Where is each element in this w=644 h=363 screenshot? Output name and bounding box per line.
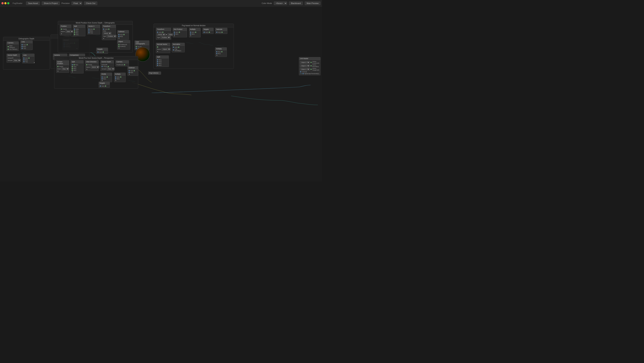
screen-pos-expand[interactable]: ▼	[57, 70, 68, 72]
node-unit-master-header: Unit Master	[299, 57, 320, 60]
node-multiply-1[interactable]: Multiply A(1) B(1) ▼	[189, 28, 201, 38]
node-transform-1[interactable]: Transform In(3) View World TypePosition …	[102, 25, 116, 40]
node-view-direction[interactable]: View Direction Out(3) SpaceWorld ▼	[85, 60, 98, 71]
port-obj-pos	[118, 44, 120, 45]
port-mul2-out	[221, 51, 222, 52]
node-negate-2[interactable]: Negate In(1)	[98, 82, 110, 88]
maximize-button[interactable]	[7, 2, 10, 4]
port-vd-out	[86, 64, 88, 66]
port-sp2-g	[157, 61, 158, 62]
port-obj-scale	[118, 46, 120, 47]
port-out-lerp	[26, 44, 28, 45]
color-mode-select[interactable]: <None>	[274, 2, 287, 5]
node-multiply-2[interactable]: Multiply A(1) B(1) ▼	[215, 47, 227, 57]
minimize-button[interactable]	[4, 2, 6, 4]
port-div-out	[106, 76, 108, 78]
main-preview-button[interactable]: Main Preview	[305, 2, 320, 5]
port-out-lerp2	[28, 58, 30, 59]
port-neg-out	[209, 32, 210, 33]
show-in-project-button[interactable]: Show In Project	[42, 2, 60, 5]
node-subtract-2[interactable]: Subtract A(3) B(3) ▼	[128, 66, 138, 76]
node-lerp1-header: Lerp	[20, 40, 32, 43]
port-sat-out	[222, 32, 223, 33]
node-screen-pos-header: Screen Position	[56, 60, 69, 65]
node-negate[interactable]: Negate In(1)	[202, 28, 214, 34]
node-split3-header: Split	[71, 60, 84, 63]
transform2-type[interactable]: Position	[160, 36, 170, 39]
node-multiply-3[interactable]: Multiply A(3) B(3) ▼	[114, 72, 126, 82]
port-sd2-out	[108, 66, 109, 67]
precision-select[interactable]: Float	[72, 2, 82, 5]
object1-expand[interactable]: ▼	[118, 47, 129, 49]
window-controls	[2, 2, 10, 4]
node-camera-3[interactable]: Camera Position(3)	[116, 60, 129, 66]
port-sp3-r	[74, 64, 75, 66]
node-divide[interactable]: Divide A(1) B(1) ▼	[100, 72, 112, 82]
transform1-type[interactable]: Position	[106, 35, 116, 38]
node-multiply3-header: Multiply	[114, 73, 126, 76]
scene-depth2-sample[interactable]: Raw	[107, 68, 115, 70]
view-dir-space[interactable]: World	[91, 66, 99, 68]
multiply2-expand[interactable]: ▼	[216, 54, 226, 56]
node-multiply1-body: A(1) B(1) ▼	[189, 31, 200, 37]
transform2-from[interactable]: World	[157, 33, 166, 36]
port-tf-out	[108, 28, 110, 30]
node-saturate[interactable]: Saturate In(1)	[215, 28, 227, 34]
node-scene-depth-2[interactable]: Scene Depth Default▼ UV(2) SampleRaw	[100, 60, 114, 71]
node-normalize[interactable]: Normalize In(3) Fog Density(1)	[172, 43, 185, 52]
multiply1-expand[interactable]: ▼	[190, 35, 200, 37]
node-unit-master[interactable]: Unit Master Object SpaceVertex Position(…	[299, 57, 320, 75]
port-uo-in	[136, 48, 137, 49]
port-split-b	[74, 32, 75, 34]
node-transform-2[interactable]: Transform In(3) World▶Object TypePositio…	[156, 28, 171, 40]
save-asset-button[interactable]: Save Asset	[26, 2, 40, 5]
normal-space[interactable]: Object	[162, 48, 171, 50]
node-lerp-1[interactable]: Lerp A(1) B(1) T(1)	[20, 40, 33, 50]
transform1-view[interactable]: World	[103, 32, 112, 35]
um-objspace[interactable]: Object Space	[300, 61, 310, 64]
node-camera[interactable]: Camera Near Plane(1) Far Plane(1)	[6, 41, 19, 51]
node-fog-color[interactable]: Fog Color(1)	[148, 72, 161, 74]
scene-depth-sample[interactable]: Raw	[13, 59, 21, 62]
um-objspace2[interactable]: Object Space	[300, 64, 310, 67]
node-subtract-1[interactable]: Subtract A(3) B(3) ▼	[117, 30, 129, 40]
node-split-2[interactable]: Split R(1) G(1) B(1) A(1)	[156, 56, 169, 67]
port-a-in	[22, 44, 23, 45]
node-split-3[interactable]: Split R(1) G(1) B(1) A(1) ▼	[70, 60, 84, 74]
port-tf-in	[103, 28, 104, 30]
node-scene-depth[interactable]: Scene Depth Default▼ SampleRaw	[6, 54, 20, 63]
close-button[interactable]	[2, 2, 4, 4]
subtract1-expand[interactable]: ▼	[118, 38, 128, 39]
node-negate-standalone[interactable]: Negate In(1)	[96, 48, 108, 54]
blackboard-button[interactable]: Blackboard	[289, 2, 303, 5]
node-vector3[interactable]: Vector 3 A(1) B(1) C(1)	[87, 25, 100, 34]
screen-pos-mode[interactable]: Raw	[62, 68, 69, 70]
transform1-expand[interactable]: ▼	[103, 38, 115, 39]
node-subtract2-header: Subtract	[128, 66, 138, 69]
node-split1-body: In(3) A(1) B(1) C(1)	[73, 28, 85, 36]
port-t2-in	[23, 61, 24, 62]
node-object-1[interactable]: Object Position(3) Scale(3) ▼	[117, 40, 130, 50]
node-split-1[interactable]: Split In(3) A(1) B(1) C(1)	[73, 25, 86, 36]
node-screen-pos[interactable]: Screen Position Out(4) ModeRaw ▼	[56, 60, 69, 73]
position-space[interactable]: View	[66, 30, 74, 33]
checkout-button[interactable]: Check Out	[84, 2, 97, 5]
lerp2-expand[interactable]: ▼	[34, 62, 35, 64]
node-normal-vector[interactable]: Normal Vector SpaceObject ▼	[156, 43, 170, 53]
normal-expand[interactable]: ▼	[157, 51, 169, 52]
node-dot-product[interactable]: Dot Product A(1) B(1) ▼	[173, 28, 187, 38]
position-expand[interactable]: ▼	[61, 33, 70, 35]
split3-expand[interactable]: ▼	[72, 71, 82, 73]
subtract2-expand[interactable]: ▼	[128, 74, 137, 75]
node-position[interactable]: Position Out(3) SpaceView ▼	[60, 25, 72, 36]
node-lerp-2[interactable]: Lerp A(1) B(1) T(1)	[22, 54, 34, 64]
node-negate-standalone-body: In(1)	[96, 50, 108, 54]
view-dir-expand[interactable]: ▼	[86, 69, 98, 70]
divide-expand[interactable]: ▼	[102, 80, 111, 82]
multiply3-expand[interactable]: ▼	[115, 80, 124, 82]
um-objspace3[interactable]: Object Space	[300, 68, 310, 70]
node-canvas[interactable]: Orthographic Depth Camera Near Plane(1) …	[0, 6, 322, 182]
toolbar: FogShader Save Asset Show In Project Pre…	[0, 0, 322, 6]
port-mul1-a	[190, 32, 191, 33]
dot-expand[interactable]: ▼	[174, 35, 186, 37]
